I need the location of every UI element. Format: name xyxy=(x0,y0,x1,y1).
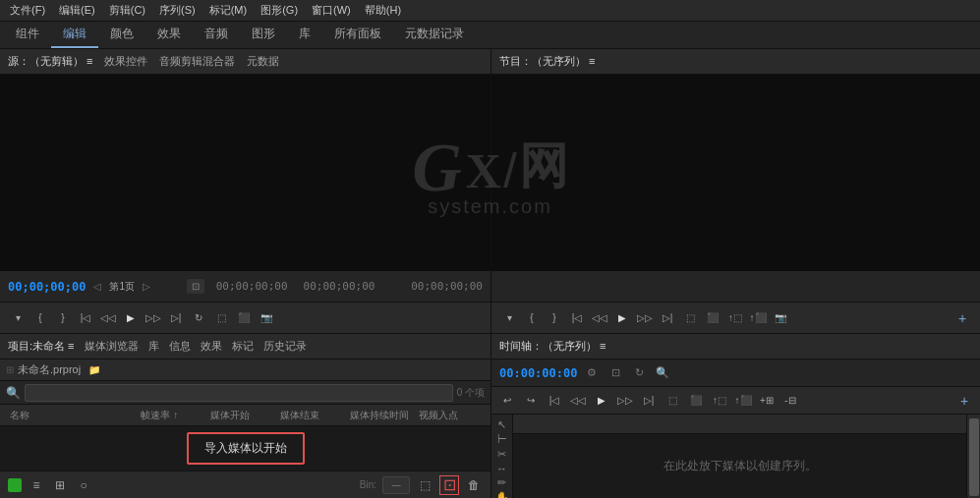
tl-btn-4[interactable]: ◁◁ xyxy=(568,391,588,411)
project-tab-media[interactable]: 媒体浏览器 xyxy=(85,337,139,356)
timeline-body: ↖ ⊢ ✂ ↔ ✏ ✋ T 在此处放下媒体以创建序列。 xyxy=(491,415,980,498)
prog-btn-overwrite[interactable]: ⬛ xyxy=(703,308,722,328)
prog-btn-step-back[interactable]: ◁◁ xyxy=(590,308,609,328)
zoom-slider[interactable]: — xyxy=(382,476,410,494)
timeline-settings-btn[interactable]: ⚙ xyxy=(583,364,601,382)
tab-edit[interactable]: 编辑 xyxy=(51,22,98,48)
btn-insert[interactable]: ⬚ xyxy=(211,308,231,328)
tool-pen[interactable]: ✏ xyxy=(493,476,511,489)
tab-effects[interactable]: 效果 xyxy=(145,22,193,48)
tool-razor[interactable]: ✂ xyxy=(493,448,511,461)
new-bin-icon[interactable] xyxy=(8,478,22,492)
menu-marker[interactable]: 标记(M) xyxy=(203,1,254,20)
col-end[interactable]: 媒体结束 xyxy=(276,409,346,422)
tab-audio[interactable]: 音频 xyxy=(193,22,240,48)
btn-step-back[interactable]: ◁◁ xyxy=(98,308,118,328)
tab-library[interactable]: 库 xyxy=(287,22,322,48)
icon-view-btn[interactable]: ⊞ xyxy=(51,476,69,494)
source-tab-metadata[interactable]: 元数据 xyxy=(247,52,279,71)
tool-ripple[interactable]: ⊢ xyxy=(493,433,511,446)
tab-metadata[interactable]: 元数据记录 xyxy=(393,22,476,48)
source-tab-effects[interactable]: 效果控件 xyxy=(104,52,147,71)
tool-hand[interactable]: ✋ xyxy=(493,491,511,498)
prog-btn-insert[interactable]: ⬚ xyxy=(680,308,700,328)
btn-mark-in[interactable]: { xyxy=(30,308,50,328)
col-fps[interactable]: 帧速率 ↑ xyxy=(137,409,206,422)
prog-btn-mark-out[interactable]: } xyxy=(545,308,564,328)
menu-clip[interactable]: 剪辑(C) xyxy=(103,1,151,20)
tl-btn-overwrite[interactable]: ⬛ xyxy=(686,391,706,411)
source-tab-main[interactable]: 源：（无剪辑） ≡ xyxy=(8,52,92,71)
timeline-tab-main[interactable]: 时间轴：（无序列） ≡ xyxy=(499,339,605,354)
timeline-link-btn[interactable]: ↻ xyxy=(630,364,648,382)
btn-play[interactable]: ▶ xyxy=(121,308,141,328)
tl-btn-2[interactable]: ↪ xyxy=(521,391,541,411)
menu-graphics[interactable]: 图形(G) xyxy=(255,1,304,20)
menu-edit[interactable]: 编辑(E) xyxy=(53,1,101,20)
timeline-drop-area[interactable]: 在此处放下媒体以创建序列。 xyxy=(513,434,966,498)
col-start[interactable]: 媒体开始 xyxy=(206,409,276,422)
source-transport: ▾ { } |◁ ◁◁ ▶ ▷▷ ▷| ↻ ⬚ ⬛ 📷 xyxy=(0,303,491,334)
project-tab-library[interactable]: 库 xyxy=(148,337,159,356)
tab-assembly[interactable]: 组件 xyxy=(4,22,51,48)
search-input[interactable] xyxy=(25,384,453,402)
tl-btn-add-track[interactable]: + xyxy=(954,391,974,411)
tab-all-panels[interactable]: 所有面板 xyxy=(322,22,393,48)
tl-btn-1[interactable]: ↩ xyxy=(497,391,517,411)
prog-btn-mark-in[interactable]: { xyxy=(522,308,542,328)
import-media-button[interactable]: 导入媒体以开始 xyxy=(187,432,305,465)
btn-add-marker[interactable]: ▾ xyxy=(8,308,28,328)
timeline-snap-btn[interactable]: ⊡ xyxy=(606,364,624,382)
prog-btn-goto-out[interactable]: ▷| xyxy=(658,308,677,328)
project-tab-history[interactable]: 历史记录 xyxy=(263,337,307,356)
project-tab-markers[interactable]: 标记 xyxy=(232,337,254,356)
prog-btn-export[interactable]: 📷 xyxy=(771,308,790,328)
tl-btn-extract[interactable]: ↑⬛ xyxy=(733,391,753,411)
btn-overwrite[interactable]: ⬛ xyxy=(234,308,254,328)
tl-btn-lift[interactable]: ↑⬚ xyxy=(710,391,729,411)
clear-btn[interactable]: 🗑 xyxy=(465,476,483,494)
new-item-btn[interactable]: ⊡ xyxy=(439,475,459,495)
tab-color[interactable]: 颜色 xyxy=(98,22,145,48)
menu-file[interactable]: 文件(F) xyxy=(4,1,51,20)
btn-step-fwd[interactable]: ▷▷ xyxy=(144,308,163,328)
freeform-view-btn[interactable]: ○ xyxy=(75,476,92,494)
menu-window[interactable]: 窗口(W) xyxy=(306,1,357,20)
prog-btn-extract[interactable]: ↑⬛ xyxy=(748,308,768,328)
auto-match-btn[interactable]: ⬚ xyxy=(416,476,433,494)
prog-btn-step-fwd[interactable]: ▷▷ xyxy=(635,308,655,328)
prog-btn-play[interactable]: ▶ xyxy=(612,308,632,328)
btn-goto-out[interactable]: ▷| xyxy=(166,308,186,328)
tl-btn-end[interactable]: ▷| xyxy=(639,391,659,411)
tl-btn-fwd[interactable]: ▷▷ xyxy=(615,391,635,411)
btn-export-frame[interactable]: 📷 xyxy=(257,308,276,328)
tl-btn-play[interactable]: ▶ xyxy=(592,391,611,411)
tl-btn-3[interactable]: |◁ xyxy=(545,391,564,411)
tab-graphics[interactable]: 图形 xyxy=(240,22,287,48)
col-name[interactable]: 名称 xyxy=(6,409,137,422)
menu-help[interactable]: 帮助(H) xyxy=(359,1,407,20)
project-tab-effects[interactable]: 效果 xyxy=(201,337,222,356)
tool-slip[interactable]: ↔ xyxy=(493,463,511,474)
list-view-btn[interactable]: ≡ xyxy=(28,476,45,494)
menu-sequence[interactable]: 序列(S) xyxy=(153,1,202,20)
tl-btn-zoom-out[interactable]: -⊟ xyxy=(780,391,800,411)
btn-goto-in[interactable]: |◁ xyxy=(76,308,95,328)
tl-btn-zoom-in[interactable]: +⊞ xyxy=(757,391,777,411)
btn-loop[interactable]: ↻ xyxy=(189,308,208,328)
tool-select[interactable]: ↖ xyxy=(493,418,511,431)
timeline-magnet-btn[interactable]: 🔍 xyxy=(654,364,671,382)
prog-btn-goto-in[interactable]: |◁ xyxy=(567,308,587,328)
timeline-vscroll[interactable] xyxy=(969,418,979,496)
project-tab-info[interactable]: 信息 xyxy=(169,337,191,356)
col-in[interactable]: 视频入点 xyxy=(415,409,485,422)
prog-btn-lift[interactable]: ↑⬚ xyxy=(725,308,745,328)
project-tab-main[interactable]: 项目:未命名 ≡ xyxy=(8,337,75,356)
tl-btn-insert[interactable]: ⬚ xyxy=(663,391,682,411)
prog-btn-marker[interactable]: ▾ xyxy=(499,308,519,328)
program-tab-main[interactable]: 节目：（无序列） ≡ xyxy=(499,52,595,71)
prog-btn-add[interactable]: + xyxy=(952,308,972,328)
col-dur[interactable]: 媒体持续时间 xyxy=(346,409,416,422)
btn-mark-out[interactable]: } xyxy=(53,308,73,328)
source-tab-mixer[interactable]: 音频剪辑混合器 xyxy=(159,52,235,71)
